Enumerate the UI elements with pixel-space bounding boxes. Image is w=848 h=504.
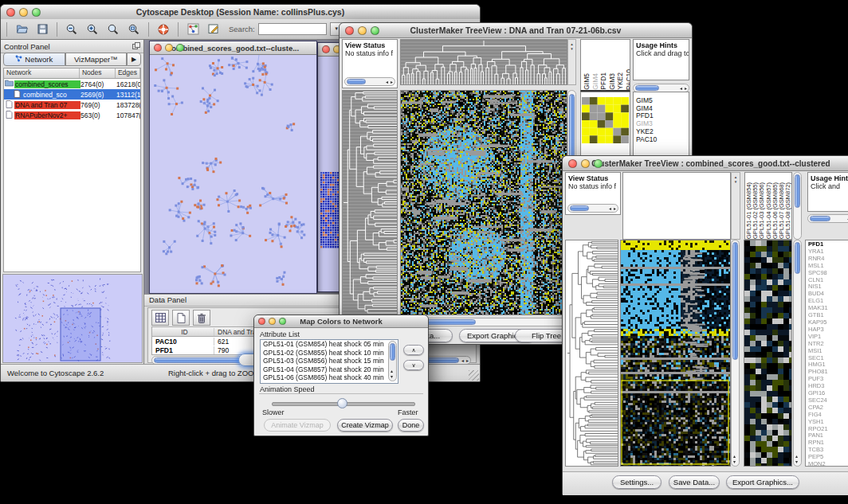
labels-vscrollbar[interactable]: [793, 172, 802, 240]
up-arrow-icon[interactable]: ▴: [391, 369, 393, 373]
down-arrow-icon[interactable]: ▾: [568, 46, 575, 51]
zoom-button[interactable]: [176, 44, 184, 52]
gene-label[interactable]: PAC10: [636, 136, 689, 144]
header-network[interactable]: Network: [4, 68, 80, 78]
heatmap-canvas[interactable]: [621, 240, 730, 466]
treeview2-titlebar[interactable]: ClusterMaker TreeView : combined_scores_…: [563, 156, 848, 171]
attribute-list-item[interactable]: GPL51-07 (GSM868) heat shock 60 min: [261, 382, 398, 384]
help-icon[interactable]: [155, 21, 172, 37]
cluster-zoom-canvas[interactable]: [744, 240, 791, 466]
heatmap-panel[interactable]: [620, 240, 731, 467]
right-arrow-icon[interactable]: ▸: [466, 358, 469, 363]
zoom-vscrollbar[interactable]: ▴ ▾: [793, 240, 802, 467]
network-list-item[interactable]: RNAPuberNov2+ 563(0) 107847(0): [4, 110, 140, 120]
minimize-button[interactable]: [165, 44, 173, 52]
right-arrow-icon[interactable]: ▸: [685, 86, 687, 91]
down-arrow-icon[interactable]: ▾: [732, 179, 740, 184]
attribute-list-item[interactable]: GPL51-01 (GSM854) heat shock 05 min: [261, 340, 398, 349]
done-button[interactable]: Done: [398, 419, 424, 432]
minimize-button[interactable]: [269, 318, 276, 325]
main-titlebar[interactable]: Cytoscape Desktop (Session Name: collins…: [1, 5, 480, 20]
delete-attribute-button[interactable]: [193, 310, 210, 326]
tab-vizmapper[interactable]: VizMapper™: [65, 53, 128, 66]
attribute-list-item[interactable]: GPL51-02 (GSM855) heat shock 10 min: [261, 349, 398, 357]
zoom-out-button[interactable]: [63, 21, 80, 37]
vizmapper-icon[interactable]: [184, 21, 202, 37]
birdseye-view-canvas[interactable]: [3, 275, 142, 362]
create-vizmap-button[interactable]: Create Vizmap: [337, 419, 393, 432]
close-button[interactable]: [345, 26, 354, 35]
attribute-list-item[interactable]: GPL51-06 (GSM865) heat shock 40 min: [261, 373, 398, 382]
move-up-button[interactable]: ∧: [403, 345, 424, 355]
left-arrow-icon[interactable]: ◂: [609, 206, 611, 211]
network-view-window-1[interactable]: combined_scores_good.txt--cluste...: [149, 41, 317, 294]
zoom-button[interactable]: [594, 159, 603, 168]
zoom-button[interactable]: [371, 26, 379, 35]
network-overview-panel[interactable]: [2, 274, 143, 363]
id-column-header[interactable]: ID: [152, 328, 214, 336]
down-arrow-icon[interactable]: ▾: [733, 459, 736, 464]
close-button[interactable]: [568, 159, 577, 168]
heatmap-vscrollbar[interactable]: ▴ ▾: [731, 240, 740, 467]
header-edges[interactable]: Edges: [116, 68, 140, 78]
left-arrow-icon[interactable]: ◂: [461, 358, 464, 363]
zoom-button[interactable]: [32, 8, 41, 17]
zoom-in-button[interactable]: [84, 21, 101, 37]
network-list-header[interactable]: Network Nodes Edges: [4, 68, 140, 79]
down-arrow-icon[interactable]: ▾: [795, 459, 798, 464]
settings-button[interactable]: Settings...: [612, 475, 662, 489]
save-data-button[interactable]: Save Data...: [669, 475, 720, 489]
attribute-listbox[interactable]: GPL51-01 (GSM854) heat shock 05 minGPL51…: [260, 339, 398, 384]
column-dendrogram-panel[interactable]: [400, 39, 567, 85]
minimize-button[interactable]: [358, 26, 367, 35]
resize-grip[interactable]: [469, 370, 479, 381]
left-arrow-icon[interactable]: ◂: [680, 86, 682, 91]
zoom-selected-button[interactable]: [104, 21, 122, 37]
move-down-button[interactable]: ∨: [403, 360, 424, 370]
status-hscrollbar[interactable]: ◂ ▸: [567, 204, 618, 213]
network-list-item[interactable]: DNA and Tran 07 769(0) 183728(0): [4, 100, 140, 110]
row-dendrogram-canvas[interactable]: [343, 91, 397, 315]
left-arrow-icon[interactable]: ◂: [386, 80, 388, 84]
attribute-list-item[interactable]: GPL51-03 (GSM856) heat shock 15 min: [261, 357, 398, 365]
row-dendrogram-panel[interactable]: [342, 90, 398, 315]
create-attribute-button[interactable]: [172, 310, 190, 326]
search-input[interactable]: [258, 23, 327, 35]
column-dendrogram-panel[interactable]: [622, 172, 731, 240]
network-view-canvas[interactable]: [150, 55, 315, 289]
export-graphics-button[interactable]: Export Graphics...: [726, 475, 799, 489]
header-nodes[interactable]: Nodes: [80, 68, 116, 78]
minimize-button[interactable]: [581, 159, 590, 168]
cluster-matrix-canvas[interactable]: [582, 97, 629, 143]
status-hscrollbar[interactable]: ◂ ▸: [344, 77, 395, 86]
zoom-fit-button[interactable]: [125, 21, 143, 37]
float-panel-icon[interactable]: [132, 42, 140, 51]
heatmap-canvas[interactable]: [401, 91, 567, 315]
minimize-button[interactable]: [19, 8, 28, 17]
save-session-button[interactable]: [33, 21, 51, 37]
slider-thumb[interactable]: [337, 398, 347, 408]
hints-hscrollbar[interactable]: ◂ ▸: [807, 214, 848, 223]
right-arrow-icon[interactable]: ▸: [391, 80, 393, 84]
dialog-titlebar[interactable]: Map Colors to Network: [254, 315, 428, 328]
select-attributes-button[interactable]: [151, 310, 169, 326]
up-arrow-icon[interactable]: ▴: [795, 454, 798, 459]
zoom-button[interactable]: [279, 318, 286, 325]
close-button[interactable]: [322, 45, 330, 53]
annotation-icon[interactable]: [205, 21, 222, 37]
tab-network[interactable]: Network: [3, 53, 65, 66]
close-button[interactable]: [258, 318, 265, 325]
down-arrow-icon[interactable]: ▾: [391, 374, 393, 379]
attribute-list-item[interactable]: GPL51-04 (GSM857) heat shock 20 min: [261, 365, 398, 374]
close-button[interactable]: [6, 8, 15, 17]
row-dendrogram-canvas[interactable]: [566, 240, 618, 466]
heatmap-panel[interactable]: [400, 90, 567, 315]
network-list-item-selected[interactable]: combined_sco 2569(6) 13112(15): [4, 89, 140, 100]
right-arrow-icon[interactable]: ▸: [614, 206, 616, 211]
close-button[interactable]: [154, 44, 162, 52]
tab-overflow-button[interactable]: ▶: [127, 53, 141, 66]
up-arrow-icon[interactable]: ▴: [733, 454, 736, 459]
list-vscrollbar[interactable]: ▴ ▾: [388, 341, 397, 381]
gene-label[interactable]: MON2: [808, 461, 848, 467]
cluster-zoom-panel[interactable]: [744, 240, 792, 467]
